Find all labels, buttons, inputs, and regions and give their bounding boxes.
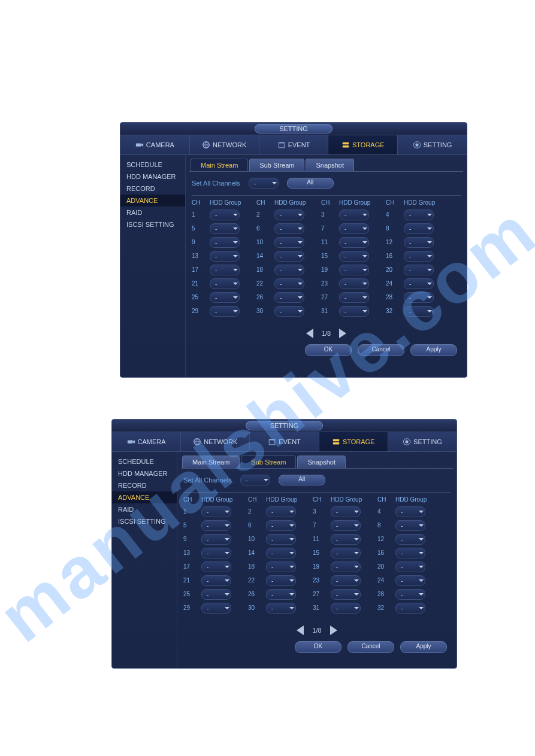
nav-tab-setting[interactable]: SETTING: [388, 432, 457, 451]
hdd-group-select[interactable]: -: [339, 251, 369, 262]
hdd-group-select[interactable]: -: [274, 237, 304, 248]
all-button[interactable]: All: [287, 178, 334, 189]
hdd-group-select[interactable]: -: [274, 251, 304, 262]
nav-tab-event[interactable]: EVENT: [259, 135, 329, 154]
hdd-group-select[interactable]: -: [395, 589, 425, 600]
hdd-group-select[interactable]: -: [404, 265, 434, 275]
hdd-group-select[interactable]: -: [339, 292, 369, 303]
hdd-group-select[interactable]: -: [210, 251, 240, 262]
nav-tab-camera[interactable]: CAMERA: [112, 432, 181, 451]
next-page-icon[interactable]: [339, 329, 346, 338]
hdd-group-select[interactable]: -: [395, 506, 425, 517]
cancel-button[interactable]: Cancel: [347, 641, 394, 653]
hdd-group-select[interactable]: -: [339, 237, 369, 248]
hdd-group-select[interactable]: -: [404, 251, 434, 262]
sidebar-item-iscsi setting[interactable]: ISCSI SETTING: [120, 218, 185, 230]
sidebar-item-raid[interactable]: RAID: [112, 503, 177, 515]
hdd-group-select[interactable]: -: [240, 475, 270, 485]
subtab-snapshot[interactable]: Snapshot: [306, 159, 353, 171]
hdd-group-select[interactable]: -: [266, 603, 296, 614]
nav-tab-event[interactable]: EVENT: [250, 432, 319, 451]
hdd-group-select[interactable]: -: [210, 292, 240, 303]
hdd-group-select[interactable]: -: [395, 575, 425, 586]
hdd-group-select[interactable]: -: [339, 306, 369, 317]
ok-button[interactable]: OK: [305, 344, 352, 356]
hdd-group-select[interactable]: -: [331, 520, 361, 531]
sidebar-item-record[interactable]: RECORD: [112, 479, 177, 491]
hdd-group-select[interactable]: -: [331, 506, 361, 517]
hdd-group-select[interactable]: -: [331, 561, 361, 572]
ok-button[interactable]: OK: [295, 641, 341, 653]
subtab-sub stream[interactable]: Sub Stream: [241, 456, 296, 468]
hdd-group-select[interactable]: -: [331, 575, 361, 586]
hdd-group-select[interactable]: -: [210, 210, 240, 220]
sidebar-item-schedule[interactable]: SCHEDULE: [120, 159, 185, 171]
hdd-group-select[interactable]: -: [266, 561, 296, 572]
hdd-group-select[interactable]: -: [339, 278, 369, 289]
sidebar-item-raid[interactable]: RAID: [120, 207, 185, 218]
hdd-group-select[interactable]: -: [201, 561, 231, 572]
sidebar-item-schedule[interactable]: SCHEDULE: [112, 456, 177, 467]
prev-page-icon[interactable]: [297, 626, 304, 635]
hdd-group-select[interactable]: -: [339, 210, 369, 220]
hdd-group-select[interactable]: -: [339, 223, 369, 234]
nav-tab-network[interactable]: NETWORK: [181, 432, 250, 451]
hdd-group-select[interactable]: -: [331, 603, 361, 614]
subtab-snapshot[interactable]: Snapshot: [297, 456, 345, 468]
hdd-group-select[interactable]: -: [201, 520, 231, 531]
nav-tab-camera[interactable]: CAMERA: [120, 135, 190, 154]
hdd-group-select[interactable]: -: [266, 520, 296, 531]
hdd-group-select[interactable]: -: [274, 306, 304, 317]
sidebar-item-hdd manager[interactable]: HDD MANAGER: [112, 467, 177, 479]
hdd-group-select[interactable]: -: [274, 292, 304, 303]
hdd-group-select[interactable]: -: [395, 520, 425, 531]
cancel-button[interactable]: Cancel: [358, 344, 404, 356]
hdd-group-select[interactable]: -: [210, 237, 240, 248]
subtab-sub stream[interactable]: Sub Stream: [249, 159, 304, 171]
sidebar-item-advance[interactable]: ADVANCE: [112, 491, 177, 503]
hdd-group-select[interactable]: -: [404, 306, 434, 317]
hdd-group-select[interactable]: -: [201, 534, 231, 545]
hdd-group-select[interactable]: -: [201, 603, 231, 614]
apply-button[interactable]: Apply: [410, 344, 457, 356]
hdd-group-select[interactable]: -: [266, 575, 296, 586]
hdd-group-select[interactable]: -: [404, 237, 434, 248]
hdd-group-select[interactable]: -: [249, 178, 279, 189]
nav-tab-setting[interactable]: SETTING: [398, 135, 467, 154]
next-page-icon[interactable]: [330, 626, 337, 635]
all-button[interactable]: All: [279, 475, 325, 485]
prev-page-icon[interactable]: [306, 329, 313, 338]
sidebar-item-hdd manager[interactable]: HDD MANAGER: [120, 171, 185, 183]
sidebar-item-record[interactable]: RECORD: [120, 183, 185, 195]
hdd-group-select[interactable]: -: [274, 265, 304, 275]
sidebar-item-advance[interactable]: ADVANCE: [120, 195, 185, 207]
nav-tab-storage[interactable]: STORAGE: [319, 432, 388, 451]
hdd-group-select[interactable]: -: [210, 223, 240, 234]
hdd-group-select[interactable]: -: [274, 278, 304, 289]
hdd-group-select[interactable]: -: [331, 548, 361, 558]
hdd-group-select[interactable]: -: [395, 534, 425, 545]
hdd-group-select[interactable]: -: [201, 589, 231, 600]
subtab-main stream[interactable]: Main Stream: [182, 456, 240, 468]
hdd-group-select[interactable]: -: [266, 506, 296, 517]
hdd-group-select[interactable]: -: [395, 561, 425, 572]
hdd-group-select[interactable]: -: [404, 223, 434, 234]
hdd-group-select[interactable]: -: [210, 265, 240, 275]
hdd-group-select[interactable]: -: [201, 548, 231, 558]
apply-button[interactable]: Apply: [400, 641, 447, 653]
hdd-group-select[interactable]: -: [210, 278, 240, 289]
hdd-group-select[interactable]: -: [395, 548, 425, 558]
hdd-group-select[interactable]: -: [331, 589, 361, 600]
sidebar-item-iscsi setting[interactable]: ISCSI SETTING: [112, 515, 177, 527]
hdd-group-select[interactable]: -: [210, 306, 240, 317]
hdd-group-select[interactable]: -: [274, 223, 304, 234]
hdd-group-select[interactable]: -: [266, 589, 296, 600]
hdd-group-select[interactable]: -: [404, 210, 434, 220]
hdd-group-select[interactable]: -: [339, 265, 369, 275]
subtab-main stream[interactable]: Main Stream: [191, 159, 248, 171]
hdd-group-select[interactable]: -: [331, 534, 361, 545]
hdd-group-select[interactable]: -: [404, 278, 434, 289]
nav-tab-network[interactable]: NETWORK: [190, 135, 259, 154]
hdd-group-select[interactable]: -: [266, 548, 296, 558]
hdd-group-select[interactable]: -: [201, 506, 231, 517]
